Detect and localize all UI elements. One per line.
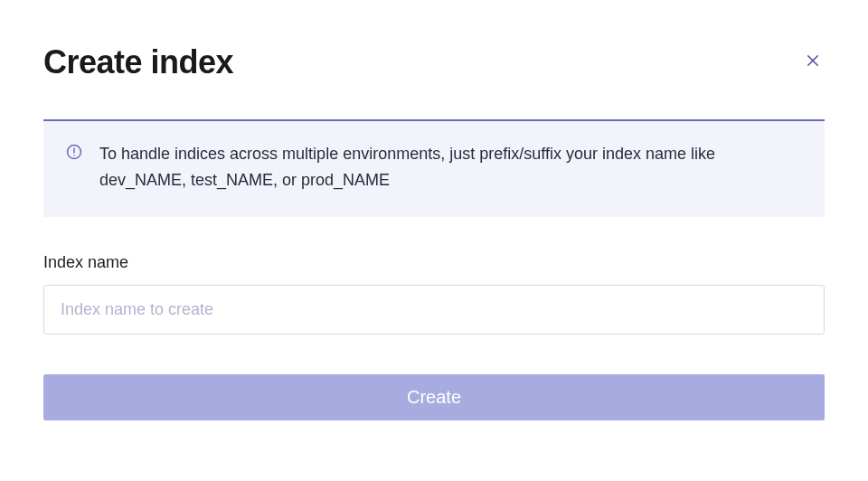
create-button[interactable]: Create [43, 374, 825, 420]
close-button[interactable] [801, 49, 825, 75]
info-text: To handle indices across multiple enviro… [99, 141, 803, 193]
modal-header: Create index [43, 43, 825, 81]
svg-point-4 [73, 155, 75, 156]
index-name-label: Index name [43, 253, 825, 272]
close-icon [805, 52, 821, 71]
create-index-modal: Create index To handle indices across mu… [0, 0, 868, 464]
index-name-input[interactable] [43, 285, 825, 335]
info-banner: To handle indices across multiple enviro… [43, 119, 825, 217]
index-name-group: Index name [43, 253, 825, 335]
info-icon [65, 143, 83, 165]
modal-title: Create index [43, 43, 233, 81]
